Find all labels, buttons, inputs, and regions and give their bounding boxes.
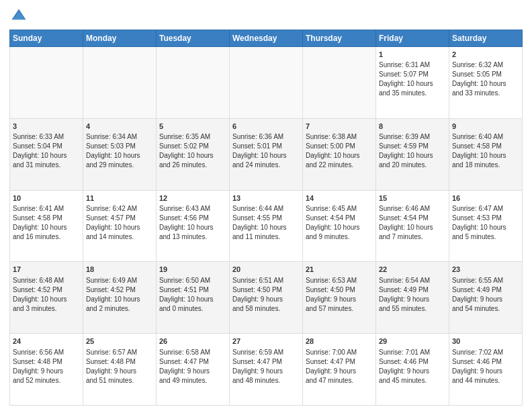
day-cell: 17Sunrise: 6:48 AMSunset: 4:52 PMDayligh…: [10, 262, 83, 334]
day-number: 6: [232, 122, 300, 132]
day-info: Daylight: 9 hours: [232, 295, 300, 304]
day-info: Sunset: 5:00 PM: [306, 142, 373, 151]
day-cell: 12Sunrise: 6:43 AMSunset: 4:56 PMDayligh…: [157, 190, 230, 262]
day-info: Daylight: 9 hours: [13, 367, 80, 376]
day-info: Sunset: 5:05 PM: [452, 70, 519, 79]
day-info: Daylight: 9 hours: [452, 295, 519, 304]
day-info: Daylight: 10 hours: [452, 151, 519, 161]
day-info: Sunset: 4:52 PM: [13, 285, 80, 295]
day-cell: 13Sunrise: 6:44 AMSunset: 4:55 PMDayligh…: [230, 190, 303, 262]
day-info: Sunset: 4:47 PM: [232, 357, 300, 367]
day-cell: 7Sunrise: 6:38 AMSunset: 5:00 PMDaylight…: [303, 118, 376, 190]
day-info: Daylight: 10 hours: [86, 295, 153, 304]
day-info: and 35 minutes.: [379, 89, 446, 98]
day-info: Daylight: 10 hours: [86, 151, 153, 161]
day-cell: 23Sunrise: 6:55 AMSunset: 4:49 PMDayligh…: [449, 262, 523, 334]
day-info: Sunrise: 6:34 AM: [86, 132, 153, 142]
day-info: Sunrise: 6:41 AM: [13, 204, 80, 214]
day-info: and 5 minutes.: [452, 232, 519, 242]
day-info: Sunset: 4:47 PM: [306, 357, 373, 367]
day-info: Sunrise: 6:53 AM: [306, 276, 373, 285]
day-number: 30: [452, 336, 519, 347]
day-info: Daylight: 9 hours: [86, 367, 153, 376]
day-cell: 19Sunrise: 6:50 AMSunset: 4:51 PMDayligh…: [157, 262, 230, 334]
day-cell: [230, 47, 303, 119]
day-info: and 31 minutes.: [13, 161, 80, 170]
day-cell: 11Sunrise: 6:42 AMSunset: 4:57 PMDayligh…: [83, 190, 157, 262]
week-row-4: 17Sunrise: 6:48 AMSunset: 4:52 PMDayligh…: [10, 262, 523, 334]
day-cell: 29Sunrise: 7:01 AMSunset: 4:46 PMDayligh…: [376, 334, 449, 406]
day-info: Sunrise: 6:39 AM: [379, 132, 446, 142]
day-info: Sunset: 4:58 PM: [13, 214, 80, 223]
day-info: and 0 minutes.: [159, 304, 226, 314]
day-number: 12: [159, 193, 226, 203]
day-number: 1: [379, 50, 446, 60]
day-info: and 52 minutes.: [13, 376, 80, 385]
day-info: and 3 minutes.: [13, 304, 80, 314]
day-cell: 5Sunrise: 6:35 AMSunset: 5:02 PMDaylight…: [157, 118, 230, 190]
day-number: 5: [159, 122, 226, 132]
day-cell: 18Sunrise: 6:49 AMSunset: 4:52 PMDayligh…: [83, 262, 157, 334]
day-info: and 9 minutes.: [306, 232, 373, 242]
day-info: Sunrise: 6:49 AM: [86, 276, 153, 285]
day-info: and 7 minutes.: [379, 232, 446, 242]
day-number: 18: [86, 265, 153, 275]
day-info: Sunrise: 6:43 AM: [159, 204, 226, 214]
day-info: and 29 minutes.: [86, 161, 153, 170]
day-cell: 21Sunrise: 6:53 AMSunset: 4:50 PMDayligh…: [303, 262, 376, 334]
day-info: Sunrise: 6:33 AM: [13, 132, 80, 142]
weekday-wednesday: Wednesday: [230, 30, 303, 47]
day-info: Daylight: 10 hours: [13, 295, 80, 304]
day-cell: 1Sunrise: 6:31 AMSunset: 5:07 PMDaylight…: [376, 47, 449, 119]
weekday-sunday: Sunday: [10, 30, 83, 47]
day-number: 21: [306, 265, 373, 275]
day-info: Sunset: 5:07 PM: [379, 70, 446, 79]
day-info: Daylight: 9 hours: [159, 367, 226, 376]
week-row-5: 24Sunrise: 6:56 AMSunset: 4:48 PMDayligh…: [10, 334, 523, 406]
day-info: Sunrise: 6:58 AM: [159, 348, 226, 357]
day-number: 14: [306, 193, 373, 203]
day-cell: 6Sunrise: 6:36 AMSunset: 5:01 PMDaylight…: [230, 118, 303, 190]
day-number: 25: [86, 336, 153, 347]
day-info: Sunrise: 6:31 AM: [379, 60, 446, 70]
day-info: Sunset: 4:50 PM: [232, 285, 300, 295]
day-info: Sunrise: 6:51 AM: [232, 276, 300, 285]
day-number: 16: [452, 193, 519, 203]
day-info: and 18 minutes.: [452, 161, 519, 170]
day-info: Sunset: 4:58 PM: [452, 142, 519, 151]
day-number: 24: [13, 336, 80, 347]
day-info: Daylight: 9 hours: [232, 367, 300, 376]
day-cell: 26Sunrise: 6:58 AMSunset: 4:47 PMDayligh…: [157, 334, 230, 406]
day-number: 3: [13, 122, 80, 132]
day-info: Sunrise: 6:57 AM: [86, 348, 153, 357]
day-info: Sunrise: 6:48 AM: [13, 276, 80, 285]
day-info: Daylight: 10 hours: [86, 223, 153, 232]
day-cell: 8Sunrise: 6:39 AMSunset: 4:59 PMDaylight…: [376, 118, 449, 190]
day-number: 27: [232, 336, 300, 347]
day-info: Sunrise: 6:35 AM: [159, 132, 226, 142]
day-number: 28: [306, 336, 373, 347]
day-info: Daylight: 10 hours: [159, 151, 226, 161]
week-row-1: 1Sunrise: 6:31 AMSunset: 5:07 PMDaylight…: [10, 47, 523, 119]
day-number: 2: [452, 50, 519, 60]
day-info: Sunset: 4:47 PM: [159, 357, 226, 367]
day-cell: 25Sunrise: 6:57 AMSunset: 4:48 PMDayligh…: [83, 334, 157, 406]
day-info: and 24 minutes.: [232, 161, 300, 170]
day-info: Daylight: 10 hours: [13, 151, 80, 161]
day-info: Sunrise: 6:55 AM: [452, 276, 519, 285]
day-info: Daylight: 10 hours: [306, 223, 373, 232]
day-number: 20: [232, 265, 300, 275]
day-cell: 9Sunrise: 6:40 AMSunset: 4:58 PMDaylight…: [449, 118, 523, 190]
day-info: Sunrise: 6:56 AM: [13, 348, 80, 357]
day-info: and 55 minutes.: [379, 304, 446, 314]
day-info: Sunset: 4:57 PM: [86, 214, 153, 223]
day-info: Daylight: 10 hours: [13, 223, 80, 232]
day-number: 10: [13, 193, 80, 203]
day-cell: 20Sunrise: 6:51 AMSunset: 4:50 PMDayligh…: [230, 262, 303, 334]
day-info: Sunset: 4:54 PM: [306, 214, 373, 223]
day-info: and 16 minutes.: [13, 232, 80, 242]
day-number: 11: [86, 193, 153, 203]
day-info: Daylight: 9 hours: [306, 295, 373, 304]
day-info: Daylight: 10 hours: [159, 223, 226, 232]
day-number: 7: [306, 122, 373, 132]
